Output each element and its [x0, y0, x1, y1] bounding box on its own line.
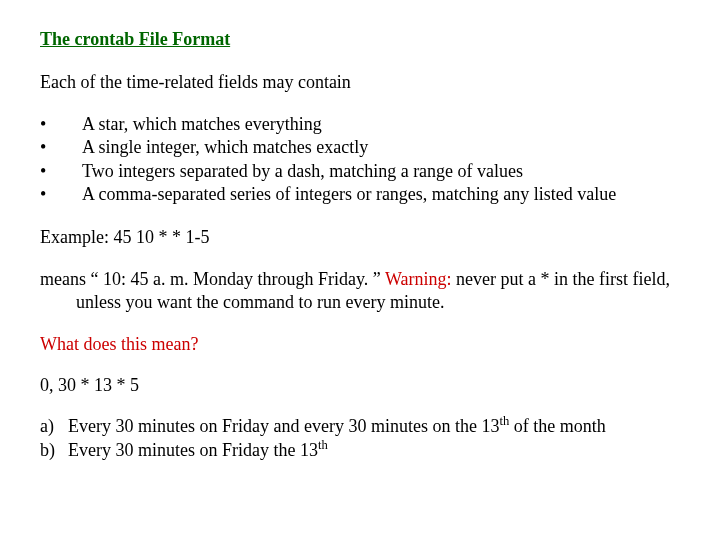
bullet-text: A star, which matches everything — [82, 113, 684, 136]
bullet-icon: • — [40, 160, 82, 183]
bullet-text: A comma-separated series of integers or … — [82, 183, 684, 206]
ordinal-suffix: th — [318, 438, 328, 452]
bullet-icon: • — [40, 136, 82, 159]
bullet-list: • A star, which matches everything • A s… — [40, 113, 684, 207]
list-item: • A comma-separated series of integers o… — [40, 183, 684, 206]
answer-text: Every 30 minutes on Friday the 13th — [68, 439, 328, 462]
list-item: • A single integer, which matches exactl… — [40, 136, 684, 159]
answer-text-after: of the month — [509, 416, 606, 436]
answer-label: b) — [40, 439, 68, 462]
intro-text: Each of the time-related fields may cont… — [40, 71, 684, 94]
slide-title: The crontab File Format — [40, 28, 684, 51]
answer-text-before: Every 30 minutes on Friday and every 30 … — [68, 416, 499, 436]
cron-expression: 0, 30 * 13 * 5 — [40, 374, 684, 397]
bullet-icon: • — [40, 113, 82, 136]
meaning-prefix: means “ 10: 45 a. m. Monday through Frid… — [40, 269, 385, 289]
answer-text: Every 30 minutes on Friday and every 30 … — [68, 415, 606, 438]
answer-list: a) Every 30 minutes on Friday and every … — [40, 415, 684, 462]
bullet-text: A single integer, which matches exactly — [82, 136, 684, 159]
ordinal-suffix: th — [499, 414, 509, 428]
list-item: • Two integers separated by a dash, matc… — [40, 160, 684, 183]
slide-page: The crontab File Format Each of the time… — [0, 0, 720, 462]
example-line: Example: 45 10 * * 1-5 — [40, 226, 684, 249]
question-text: What does this mean? — [40, 333, 684, 356]
warning-label: Warning: — [385, 269, 452, 289]
bullet-icon: • — [40, 183, 82, 206]
meaning-line: means “ 10: 45 a. m. Monday through Frid… — [40, 268, 684, 315]
list-item: • A star, which matches everything — [40, 113, 684, 136]
bullet-text: Two integers separated by a dash, matchi… — [82, 160, 684, 183]
answer-label: a) — [40, 415, 68, 438]
answer-text-before: Every 30 minutes on Friday the 13 — [68, 440, 318, 460]
list-item: a) Every 30 minutes on Friday and every … — [40, 415, 684, 438]
list-item: b) Every 30 minutes on Friday the 13th — [40, 439, 684, 462]
